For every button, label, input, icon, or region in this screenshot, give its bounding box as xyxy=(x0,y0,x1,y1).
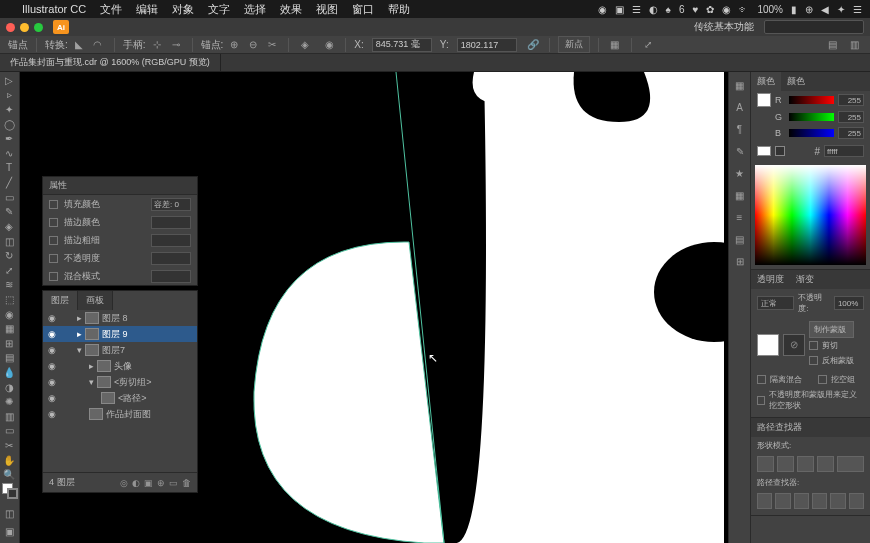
x-coord-input[interactable]: 845.731 毫 xyxy=(372,38,432,52)
perspective-tool[interactable]: ▦ xyxy=(0,322,18,335)
gradient-panel-icon[interactable]: ▤ xyxy=(731,230,749,248)
type-tool[interactable]: T xyxy=(0,162,18,175)
y-coord-input[interactable]: 1802.117 xyxy=(457,38,517,52)
selection-tool[interactable]: ▷ xyxy=(0,74,18,87)
minimize-button[interactable] xyxy=(20,23,29,32)
layers-panel[interactable]: 图层 画板 ◉ ▸ 图层 8 ◉ ▸ 图层 9 xyxy=(42,290,198,493)
menu-edit[interactable]: 编辑 xyxy=(136,2,158,17)
g-value[interactable]: 255 xyxy=(838,111,864,123)
artboard-tool[interactable]: ▭ xyxy=(0,425,18,438)
menu-help[interactable]: 帮助 xyxy=(388,2,410,17)
stroke-swatch[interactable] xyxy=(7,488,18,499)
expand-icon[interactable]: ▸ xyxy=(89,361,94,371)
layer-name[interactable]: 图层 8 xyxy=(102,312,128,325)
draw-mode-icon[interactable]: ◫ xyxy=(1,505,19,521)
r-value[interactable]: 255 xyxy=(838,94,864,106)
magic-wand-tool[interactable]: ✦ xyxy=(0,103,18,116)
opacity-checkbox[interactable] xyxy=(49,254,58,263)
convert-corner-icon[interactable]: ◣ xyxy=(71,38,87,52)
color-tab[interactable]: 颜色 xyxy=(751,72,781,91)
make-mask-button[interactable]: 制作蒙版 xyxy=(809,321,854,338)
new-layer-icon[interactable]: ▭ xyxy=(169,478,178,488)
curvature-tool[interactable]: ∿ xyxy=(0,147,18,160)
menu-window[interactable]: 窗口 xyxy=(352,2,374,17)
cut-anchor-icon[interactable]: ✂ xyxy=(264,38,280,52)
knockout-shape-checkbox[interactable] xyxy=(757,396,765,405)
transform-icon[interactable]: ⤢ xyxy=(640,38,656,52)
free-transform-tool[interactable]: ⬚ xyxy=(0,293,18,306)
visibility-icon[interactable]: ◉ xyxy=(46,377,58,387)
mask-icon[interactable]: ◐ xyxy=(132,478,140,488)
new-layer-icon[interactable]: ⊕ xyxy=(157,478,165,488)
gradient-tab[interactable]: 渐变 xyxy=(790,270,820,289)
traffic-lights[interactable] xyxy=(6,23,43,32)
rectangle-tool[interactable]: ▭ xyxy=(0,191,18,204)
visibility-icon[interactable]: ◉ xyxy=(46,345,58,355)
eraser-tool[interactable]: ◫ xyxy=(0,235,18,248)
blend-tool[interactable]: ◑ xyxy=(0,381,18,394)
visibility-icon[interactable]: ◉ xyxy=(46,329,58,339)
stroke-panel-icon[interactable]: ≡ xyxy=(731,208,749,226)
arrange-icon[interactable]: ▤ xyxy=(824,38,840,52)
go-button[interactable]: 新点 xyxy=(558,36,590,53)
exclude-button[interactable] xyxy=(817,456,834,472)
divide-button[interactable] xyxy=(757,493,772,509)
knockout-checkbox[interactable] xyxy=(818,375,827,384)
color-spectrum[interactable] xyxy=(755,165,866,265)
wifi-icon[interactable]: ᯤ xyxy=(739,4,749,15)
appearance-panel[interactable]: 属性 填充颜色 容差: 0 描边颜色 描边粗细 不透明度 xyxy=(42,176,198,286)
unite-button[interactable] xyxy=(757,456,774,472)
b-slider[interactable] xyxy=(789,129,834,137)
sublayer-icon[interactable]: ▣ xyxy=(144,478,153,488)
remove-anchor-icon[interactable]: ⊖ xyxy=(245,38,261,52)
mask-preview-thumb[interactable] xyxy=(757,334,779,356)
visibility-icon[interactable]: ◉ xyxy=(46,393,58,403)
mesh-tool[interactable]: ⊞ xyxy=(0,337,18,350)
align-icon[interactable]: ▦ xyxy=(607,38,623,52)
link-icon[interactable]: 🔗 xyxy=(525,38,541,52)
layer-row[interactable]: ◉ ▸ 头像 xyxy=(43,358,197,374)
stroke-weight-checkbox[interactable] xyxy=(49,236,58,245)
fill-swatch-small[interactable] xyxy=(757,93,771,107)
blend-mode-select[interactable]: 正常 xyxy=(757,296,794,310)
maximize-button[interactable] xyxy=(34,23,43,32)
expand-button[interactable] xyxy=(837,456,864,472)
layer-name[interactable]: <剪切组> xyxy=(114,376,152,389)
symbols-panel-icon[interactable]: ★ xyxy=(731,164,749,182)
outline-button[interactable] xyxy=(830,493,845,509)
minus-front-button[interactable] xyxy=(777,456,794,472)
artboards-tab[interactable]: 画板 xyxy=(78,291,113,310)
layer-name[interactable]: <路径> xyxy=(118,392,147,405)
shape-builder-tool[interactable]: ◉ xyxy=(0,308,18,321)
graph-tool[interactable]: ▥ xyxy=(0,410,18,423)
scale-tool[interactable]: ⤢ xyxy=(0,264,18,277)
handle-icon[interactable]: ⊸ xyxy=(168,38,184,52)
expand-icon[interactable]: ▾ xyxy=(77,345,82,355)
stroke-field[interactable] xyxy=(151,216,191,229)
brush-panel-icon[interactable]: ✎ xyxy=(731,142,749,160)
workspace-label[interactable]: 传统基本功能 xyxy=(694,20,754,34)
pen-tool[interactable]: ✒ xyxy=(0,132,18,145)
width-tool[interactable]: ≋ xyxy=(0,279,18,292)
fill-checkbox[interactable] xyxy=(49,200,58,209)
app-name[interactable]: Illustrator CC xyxy=(22,3,86,15)
search-input[interactable] xyxy=(764,20,864,34)
close-button[interactable] xyxy=(6,23,15,32)
layer-row[interactable]: ◉ ▸ 图层 9 xyxy=(43,326,197,342)
layer-name[interactable]: 作品封面图 xyxy=(106,408,151,421)
layer-name[interactable]: 图层 9 xyxy=(102,328,128,341)
document-tab[interactable]: 作品集封面与重现.cdr @ 1600% (RGB/GPU 预览) xyxy=(0,54,221,71)
opacity-field[interactable] xyxy=(151,252,191,265)
locate-icon[interactable]: ◎ xyxy=(120,478,128,488)
eyedropper-tool[interactable]: 💧 xyxy=(0,366,18,379)
expand-icon[interactable]: ▸ xyxy=(77,313,82,323)
layer-row[interactable]: ◉ ▾ 图层7 xyxy=(43,342,197,358)
handle-icon[interactable]: ⊹ xyxy=(149,38,165,52)
layer-row[interactable]: ◉ ▾ <剪切组> xyxy=(43,374,197,390)
paintbrush-tool[interactable]: ✎ xyxy=(0,205,18,218)
properties-panel-icon[interactable]: ▦ xyxy=(731,76,749,94)
mask-thumb[interactable]: ⊘ xyxy=(783,334,805,356)
none-swatch[interactable] xyxy=(775,146,785,156)
stroke-checkbox[interactable] xyxy=(49,218,58,227)
minus-back-button[interactable] xyxy=(849,493,864,509)
